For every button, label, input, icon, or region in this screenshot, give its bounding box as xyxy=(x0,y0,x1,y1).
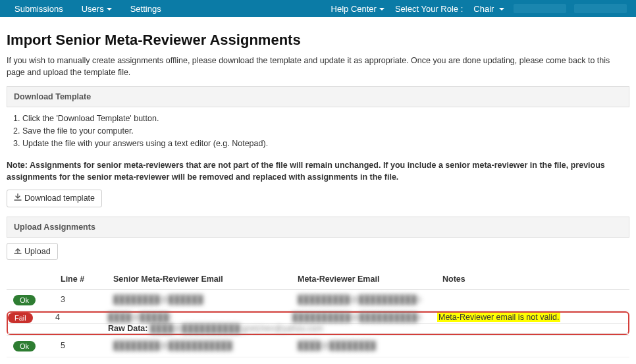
top-navbar: Submissions Users Settings Help Center S… xyxy=(0,0,636,17)
download-template-label: Download template xyxy=(24,194,95,203)
caret-icon xyxy=(379,8,384,11)
mr-email: ██████████@██████████n xyxy=(292,313,422,322)
sr-email: ████@█████t xyxy=(108,313,171,322)
col-status xyxy=(7,269,54,290)
col-line-header: Line # xyxy=(54,269,107,290)
raw-data-value: ████@██████████;gretchen@yahoo.com xyxy=(150,324,323,333)
col-sr-header: Senior Meta-Reviewer Email xyxy=(107,269,291,290)
upload-label: Upload xyxy=(24,247,51,256)
sr-email: ████████@██████ xyxy=(113,295,203,304)
table-header-row: Line # Senior Meta-Reviewer Email Meta-R… xyxy=(7,269,629,290)
instruction-step: Update the file with your answers using … xyxy=(22,138,629,150)
nav-help-label: Help Center xyxy=(331,4,377,14)
nav-help-center[interactable]: Help Center xyxy=(326,1,390,16)
page-note: Note: Assignments for senior meta-review… xyxy=(7,160,629,183)
upload-icon xyxy=(14,247,22,257)
instruction-step: Save the file to your computer. xyxy=(22,125,629,138)
nav-right: Help Center Select Your Role : Chair xyxy=(326,1,631,16)
raw-data-label: Raw Data: xyxy=(108,324,147,333)
download-instructions: Click the 'Download Template' button. Sa… xyxy=(7,113,629,155)
download-icon xyxy=(14,194,22,203)
table-row: Ok 3 ████████@██████ █████████@█████████… xyxy=(7,290,629,311)
nav-users[interactable]: Users xyxy=(72,1,121,16)
caret-icon xyxy=(107,8,112,11)
row-notes xyxy=(436,290,629,311)
nav-placeholder xyxy=(574,4,627,13)
page-title: Import Senior Meta-Reviewer Assignments xyxy=(7,32,629,49)
status-badge: Fail xyxy=(8,313,33,323)
upload-button[interactable]: Upload xyxy=(7,243,58,261)
nav-submissions[interactable]: Submissions xyxy=(5,1,72,16)
col-notes-header: Notes xyxy=(436,269,629,290)
table-row-fail: Fail 4 ████@█████t ██████████@██████████… xyxy=(7,311,629,336)
page-intro: If you wish to manually create assignmen… xyxy=(7,55,629,78)
upload-results-table: Line # Senior Meta-Reviewer Email Meta-R… xyxy=(7,269,629,357)
download-template-header: Download Template xyxy=(7,86,629,107)
col-mr-header: Meta-Reviewer Email xyxy=(291,269,436,290)
status-badge: Ok xyxy=(13,295,36,305)
line-number: 4 xyxy=(55,313,108,324)
line-number: 5 xyxy=(54,336,107,357)
nav-role-value: Chair xyxy=(473,4,494,14)
mr-email: █████████@██████████n xyxy=(298,295,421,304)
download-template-button[interactable]: Download template xyxy=(7,190,102,207)
row-notes xyxy=(436,336,629,357)
status-badge: Ok xyxy=(13,341,36,351)
nav-left: Submissions Users Settings xyxy=(5,1,171,16)
nav-users-label: Users xyxy=(82,4,104,14)
nav-role-select[interactable]: Chair xyxy=(468,1,510,16)
nav-role-label: Select Your Role : xyxy=(390,1,468,16)
main-container: Import Senior Meta-Reviewer Assignments … xyxy=(0,17,636,364)
sr-email: ████████@███████████ xyxy=(113,341,232,350)
table-row: Ok 5 ████████@███████████ ████@████████ xyxy=(7,336,629,357)
instruction-step: Click the 'Download Template' button. xyxy=(22,113,629,125)
caret-icon xyxy=(499,8,504,11)
fail-highlight-box: Fail 4 ████@█████t ██████████@██████████… xyxy=(7,311,629,335)
nav-settings[interactable]: Settings xyxy=(121,1,171,16)
mr-email: ████@████████ xyxy=(298,341,376,350)
nav-placeholder xyxy=(514,4,566,13)
row-notes: Meta-Reviewer email is not valid. xyxy=(437,313,560,322)
upload-assignments-header: Upload Assignments xyxy=(7,217,629,238)
line-number: 3 xyxy=(54,290,107,311)
